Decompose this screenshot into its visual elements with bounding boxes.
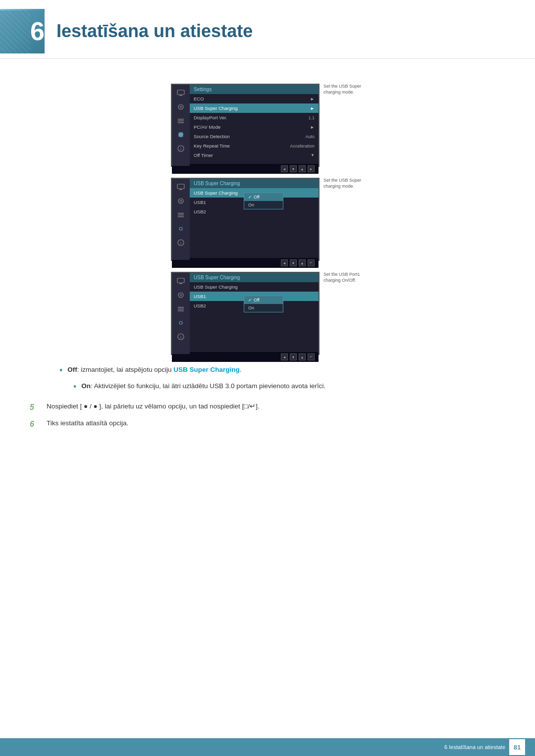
chapter-number: 6 — [30, 16, 45, 46]
menu3-item-usb-super-charging[interactable]: USB Super Charging — [190, 282, 319, 292]
svg-point-16 — [179, 227, 182, 230]
step-6-text: Tiks iestatīta atlasītā opcija. — [47, 418, 128, 428]
nav2-up-btn[interactable]: ▲ — [299, 259, 306, 266]
submenu2-off[interactable]: ✔Off — [244, 193, 283, 201]
bullet-list: • Off: izmantojiet, lai atspējotu opciju… — [59, 365, 505, 394]
monitor1-container: i Settings ECO► USB Super Charging► — [171, 84, 364, 167]
nav3-enter-btn[interactable]: ↵ — [308, 353, 315, 360]
monitor3-sidebar: i — [172, 273, 190, 354]
menu-item-displayport[interactable]: DisplayPort Ver.1.1 — [190, 113, 319, 122]
nav3-up-btn[interactable]: ▲ — [299, 353, 306, 360]
svg-point-26 — [179, 321, 182, 324]
svg-point-2 — [178, 104, 183, 109]
menu-item-pcav-mode[interactable]: PC/AV Mode► — [190, 122, 319, 132]
monitor-icon3[interactable] — [175, 277, 186, 286]
gear-icon3[interactable] — [175, 318, 186, 327]
submenu3-on[interactable]: On — [244, 304, 283, 312]
footer-page-number: 81 — [509, 739, 525, 755]
menu-item-eco[interactable]: ECO► — [190, 94, 319, 103]
footer-chapter-text: 6 Iestatīšana un atiestate — [444, 744, 505, 750]
nav2-left-btn[interactable]: ◄ — [281, 259, 288, 266]
monitor1-help-text: Set the USB Super charging mode. — [320, 84, 364, 95]
menu-item-key-repeat-time[interactable]: Key Repeat TimeAcceleration — [190, 141, 319, 151]
monitor1-ui: i Settings ECO► USB Super Charging► — [171, 84, 320, 167]
bullet-text-off: Off: izmantojiet, lai atspējotu opciju U… — [67, 365, 241, 375]
monitor2-container: i USB Super Charging USB Super Charging … — [171, 178, 364, 261]
settings-circle-icon2[interactable] — [175, 197, 186, 205]
monitor2-submenu: ✔Off On — [244, 193, 283, 209]
monitor3-bottom-bar: ◄ ▼ ▲ ↵ — [172, 352, 319, 362]
nav-up-btn[interactable]: ▲ — [299, 165, 306, 172]
monitor-icon[interactable] — [175, 89, 186, 98]
submenu2-on[interactable]: On — [244, 201, 283, 209]
monitor2-help-text: Set the USB Super charging mode. — [320, 178, 364, 189]
nav-right-btn[interactable]: ► — [308, 165, 315, 172]
svg-point-11 — [178, 199, 183, 203]
nav3-left-btn[interactable]: ◄ — [281, 353, 288, 360]
menu-item-off-timer[interactable]: Off Timer▼ — [190, 151, 319, 160]
svg-point-21 — [178, 293, 183, 298]
monitor2-sidebar: i — [172, 179, 190, 260]
settings-circle-icon[interactable] — [175, 102, 186, 111]
monitor3-menu: USB Super Charging USB Super Charging US… — [190, 273, 319, 352]
svg-text:i: i — [180, 147, 181, 151]
lines-icon3[interactable] — [175, 304, 186, 313]
monitor1-menu-title: Settings — [190, 85, 319, 94]
svg-rect-19 — [177, 278, 184, 283]
settings-circle-icon3[interactable] — [175, 291, 186, 300]
svg-point-22 — [180, 294, 182, 296]
nav-down-btn[interactable]: ▼ — [290, 165, 297, 172]
monitor3-menu-title: USB Super Charging — [190, 273, 319, 282]
svg-point-3 — [180, 106, 182, 108]
bullet-item-on: • On: Aktivizējiet šo funkciju, lai ātri… — [73, 381, 505, 394]
page-content: i Settings ECO► USB Super Charging► — [0, 59, 535, 445]
svg-rect-20 — [179, 283, 182, 284]
svg-rect-25 — [178, 310, 184, 311]
monitor-icon2[interactable] — [175, 183, 186, 192]
nav-left-btn[interactable]: ◄ — [281, 165, 288, 172]
svg-rect-0 — [177, 90, 184, 95]
lines-icon2[interactable] — [175, 210, 186, 219]
chapter-number-box: 6 — [0, 9, 45, 53]
nav3-down-btn[interactable]: ▼ — [290, 353, 297, 360]
nav2-enter-btn[interactable]: ↵ — [308, 259, 315, 266]
monitor1-bottom-bar: ◄ ▼ ▲ ► — [172, 164, 319, 174]
svg-rect-13 — [178, 213, 184, 214]
info-icon2[interactable]: i — [175, 238, 186, 247]
menu-item-source-detection[interactable]: Source DetectionAuto — [190, 132, 319, 141]
monitor3-help-text: Set the USB Port1 charging On/Off. — [320, 272, 364, 283]
svg-text:i: i — [180, 241, 181, 246]
monitor3-row: i USB Super Charging USB Super Charging … — [171, 272, 364, 355]
svg-rect-23 — [178, 307, 184, 308]
svg-point-12 — [180, 200, 182, 202]
svg-rect-5 — [178, 121, 184, 122]
nav2-down-btn[interactable]: ▼ — [290, 259, 297, 266]
svg-rect-4 — [178, 119, 184, 120]
lines-icon[interactable] — [175, 116, 186, 125]
step-6: 6 Tiks iestatīta atlasītā opcija. — [30, 418, 505, 430]
bullet-text-on: On: Aktivizējiet šo funkciju, lai ātri u… — [81, 381, 325, 391]
bullet-dot-off: • — [59, 364, 62, 377]
info-icon[interactable]: i — [175, 144, 186, 153]
monitor2-bottom-bar: ◄ ▼ ▲ ↵ — [172, 258, 319, 268]
info-icon3[interactable]: i — [175, 332, 186, 341]
monitor2-menu-title: USB Super Charging — [190, 179, 319, 188]
gear-icon2[interactable] — [175, 224, 186, 233]
chapter-title: Iestatīšana un atiestate — [56, 21, 253, 42]
monitor2-menu: USB Super Charging USB Super Charging US… — [190, 179, 319, 258]
steps-list: 5 Nospiediet [ ● / ● ], lai pārietu uz v… — [30, 402, 505, 430]
step-5: 5 Nospiediet [ ● / ● ], lai pārietu uz v… — [30, 402, 505, 413]
gear-icon[interactable] — [175, 130, 186, 139]
svg-text:i: i — [180, 335, 181, 340]
svg-rect-10 — [179, 189, 182, 190]
page-header: 6 Iestatīšana un atiestate — [0, 0, 535, 59]
svg-rect-24 — [178, 309, 184, 310]
svg-rect-15 — [178, 216, 184, 217]
submenu3-off[interactable]: ✔Off — [244, 296, 283, 304]
monitor1-menu: Settings ECO► USB Super Charging► Displa… — [190, 85, 319, 164]
monitor2-row: i USB Super Charging USB Super Charging … — [171, 178, 364, 261]
menu-item-usb-super-charging[interactable]: USB Super Charging► — [190, 103, 319, 113]
svg-rect-9 — [177, 184, 184, 189]
svg-rect-6 — [178, 122, 184, 123]
monitor1-row: i Settings ECO► USB Super Charging► — [171, 84, 364, 167]
